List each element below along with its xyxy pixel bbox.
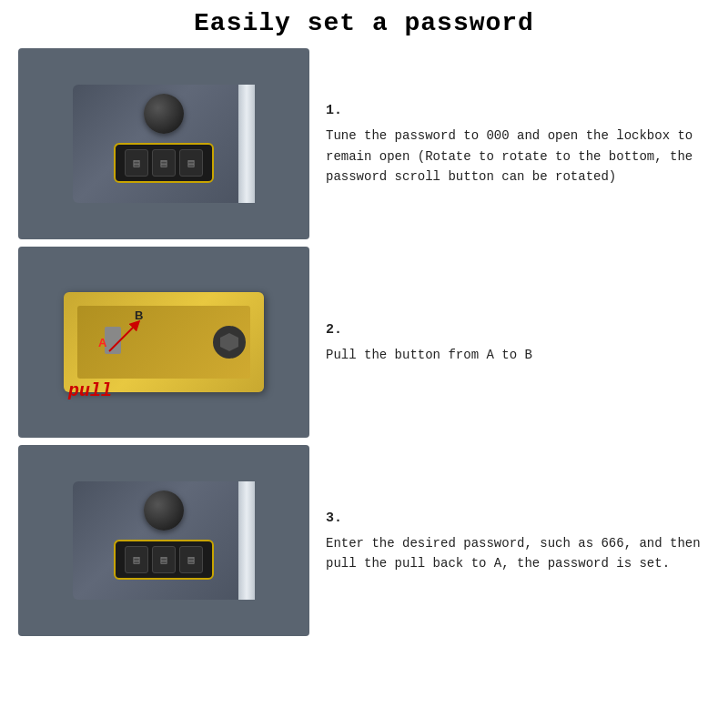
step-2-text: 2. Pull the button from A to B (318, 316, 710, 369)
lockbox-knob (144, 94, 184, 134)
page-title: Easily set a password (194, 9, 534, 37)
hex-socket (213, 326, 246, 359)
lockbox-knob-3 (144, 490, 184, 531)
label-a: A (98, 336, 106, 349)
step-2-number: 2. (326, 319, 703, 341)
label-b: B (135, 308, 143, 322)
dial-panel-3: ▤ ▤ ▤ (114, 540, 214, 580)
metal-strip-3 (238, 481, 255, 600)
pull-button (105, 327, 121, 354)
dial-digit-3-2: ▤ (152, 546, 176, 573)
step-1-text: 1. Tune the password to 000 and open the… (318, 96, 710, 190)
lockbox-step3: ▤ ▤ ▤ (73, 481, 255, 600)
step-2-row: A B pull 2. (18, 247, 710, 438)
metal-strip (238, 85, 255, 203)
dial-digit-3-1: ▤ (125, 546, 148, 573)
page-container: Easily set a password ▤ ▤ ▤ 1. Tune the … (0, 0, 728, 728)
step-3-image: ▤ ▤ ▤ (18, 445, 309, 636)
mechanism-plate: A B (64, 292, 264, 392)
dial-panel: ▤ ▤ ▤ (114, 143, 214, 183)
step-1-image: ▤ ▤ ▤ (18, 48, 309, 239)
dial-digit-3: ▤ (179, 149, 203, 177)
pull-label: pull (68, 380, 112, 401)
dial-digit-3-3: ▤ (179, 546, 203, 573)
mechanism-bg: A B pull (46, 269, 282, 415)
step-3-text: 3. Enter the desired password, such as 6… (318, 504, 710, 578)
lockbox-step1: ▤ ▤ ▤ (73, 85, 255, 203)
step-1-number: 1. (326, 100, 703, 122)
step-2-image: A B pull (18, 247, 309, 438)
step-3-number: 3. (326, 508, 703, 530)
steps-container: ▤ ▤ ▤ 1. Tune the password to 000 and op… (18, 48, 710, 636)
step-1-row: ▤ ▤ ▤ 1. Tune the password to 000 and op… (18, 48, 710, 239)
step-3-row: ▤ ▤ ▤ 3. Enter the desired password, suc… (18, 445, 710, 636)
hex-inner (220, 333, 238, 351)
dial-digit-1: ▤ (125, 149, 148, 177)
dial-digit-2: ▤ (152, 149, 176, 177)
